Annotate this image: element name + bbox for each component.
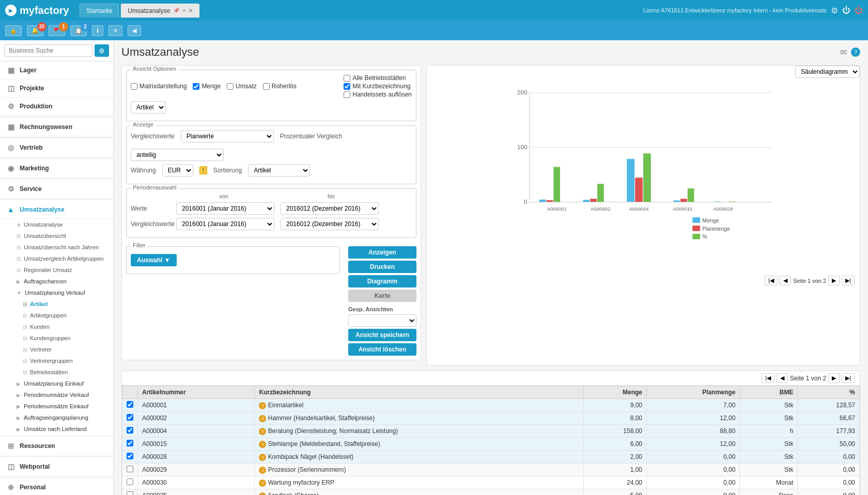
row-check-5[interactable] — [122, 464, 138, 476]
sidebar-item-personal[interactable]: ⊕ Personal — [0, 478, 113, 495]
submenu-betriebsstaetten[interactable]: ⊟ Betriebsstätten — [0, 366, 113, 378]
menge-checkbox[interactable] — [193, 83, 199, 90]
drucken-button[interactable]: Drucken — [348, 261, 416, 273]
chart-last-page[interactable]: ▶| — [842, 276, 855, 285]
close-btn[interactable]: ✕ — [109, 25, 122, 36]
row-info-icon-5[interactable]: ! — [259, 467, 266, 474]
row-check-1[interactable] — [122, 412, 138, 425]
search-button[interactable]: ⊕ — [95, 44, 109, 57]
row-checkbox-2[interactable] — [127, 427, 133, 434]
col-planmenge[interactable]: Planmenge — [646, 386, 739, 399]
matrixdarstellung-checkbox[interactable] — [131, 83, 137, 90]
submenu-umsatzuebersicht-jahre[interactable]: ⊟ Umsatzübersicht nach Jahren — [0, 242, 113, 253]
werte-bis-select[interactable]: 2016012 (Dezember 2016) — [281, 202, 379, 215]
submenu-umsatzplanung-einkauf[interactable]: ▶ Umsatzplanung Einkauf — [0, 378, 113, 389]
row-checkbox-1[interactable] — [127, 414, 133, 421]
help-icon[interactable]: ? — [851, 47, 860, 57]
sidebar-item-service[interactable]: ⚙ Service — [0, 180, 113, 198]
handelssets-check[interactable]: Handelssets auflösen — [344, 91, 412, 98]
sidebar-item-ressourcen[interactable]: ⊞ Ressourcen — [0, 437, 113, 455]
tab-umsatzanalyse-pin[interactable]: 📌 — [173, 8, 179, 13]
table-first-page[interactable]: |◀ — [762, 373, 774, 383]
chart-first-page[interactable]: |◀ — [765, 276, 778, 285]
auswahl-button[interactable]: Auswahl ▼ — [131, 254, 177, 266]
roherloes-checkbox[interactable] — [263, 83, 270, 90]
row-info-icon-0[interactable]: ! — [259, 402, 266, 409]
row-checkbox-0[interactable] — [127, 401, 133, 408]
row-info-icon-6[interactable]: ! — [259, 480, 266, 487]
roherloes-check[interactable]: Roherlös — [263, 83, 297, 90]
vergleichswerte-select[interactable]: Planwerte — [181, 130, 274, 142]
waehrung-info-icon[interactable]: ! — [199, 166, 207, 174]
submenu-umsatzplanung-verkauf[interactable]: ▼ Umsatzplanung Verkauf — [0, 287, 113, 298]
power2-icon[interactable]: ⏻ — [855, 6, 863, 15]
werte-von-select[interactable]: 2016001 (Januar 2016) — [176, 202, 274, 215]
row-check-2[interactable] — [122, 425, 138, 438]
row-checkbox-5[interactable] — [127, 466, 133, 472]
submenu-regionaler-umsatz[interactable]: ⊟ Regionaler Umsatz — [0, 264, 113, 276]
sidebar-item-marketing[interactable]: ◉ Marketing — [0, 159, 113, 178]
tab-startseite[interactable]: Startseite — [80, 4, 119, 18]
ansicht-speichern-button[interactable]: Ansicht speichern — [348, 329, 416, 341]
alle-betriebsstaetten-checkbox[interactable] — [344, 75, 350, 82]
vgl-bis-select[interactable]: 2016012 (Dezember 2016) — [281, 218, 379, 230]
row-info-icon-3[interactable]: ! — [259, 441, 266, 448]
info-btn[interactable]: ℹ — [92, 25, 103, 36]
chart-next-page[interactable]: ▶ — [828, 276, 840, 285]
sidebar-item-umsatzanalyse[interactable]: ▲ Umsatzanalyse — [0, 201, 113, 219]
submenu-umsatzuebersicht[interactable]: ⊟ Umsatzübersicht — [0, 230, 113, 242]
sidebar-item-vertrieb[interactable]: ◎ Vertrieb — [0, 139, 113, 157]
ansicht-loeschen-button[interactable]: Ansicht löschen — [348, 343, 416, 356]
col-menge[interactable]: Menge — [583, 386, 646, 399]
row-check-4[interactable] — [122, 451, 138, 464]
row-checkbox-6[interactable] — [127, 478, 133, 485]
table-prev-page[interactable]: ◀ — [777, 373, 788, 383]
settings-icon[interactable]: ⚙ — [831, 6, 838, 15]
submenu-umsatzvergleich[interactable]: ⊟ Umsatzvergleich Artikelgruppen — [0, 253, 113, 264]
row-check-7[interactable] — [122, 489, 138, 496]
submenu-auftragseingangsplanung[interactable]: ▶ Auftragseingangsplanung — [0, 412, 113, 423]
mail-icon[interactable]: ✉ — [840, 47, 847, 57]
matrixdarstellung-check[interactable]: Matrixdarstellung — [131, 83, 187, 90]
submenu-umsatzanalyse[interactable]: ⊕ Umsatzanalyse — [0, 219, 113, 230]
mit-kurzbezeichnung-checkbox[interactable] — [344, 83, 350, 90]
sidebar-item-projekte[interactable]: ◫ Projekte — [0, 79, 113, 98]
col-artikelnummer[interactable]: Artikelnummer — [138, 386, 255, 399]
row-check-0[interactable] — [122, 399, 138, 412]
logo[interactable]: myfactory — [5, 5, 69, 17]
artikel-select[interactable]: Artikel — [131, 101, 166, 114]
table-last-page[interactable]: ▶| — [842, 373, 855, 383]
vgl-von-select[interactable]: 2016001 (Januar 2016) — [176, 218, 274, 230]
sortierung-select[interactable]: Artikel — [248, 164, 310, 177]
submenu-periodenumsaetze-einkauf[interactable]: ▶ Periodenumsätze Einkauf — [0, 401, 113, 412]
gespeicherte-ansichten-select[interactable] — [348, 314, 416, 327]
nav-btn-1[interactable]: 🔒 — [5, 25, 22, 36]
row-checkbox-7[interactable] — [127, 491, 133, 495]
mit-kurzbezeichnung-check[interactable]: Mit Kurzbezeichnung — [344, 83, 412, 90]
submenu-vertretergruppen[interactable]: ⊟ Vertretergruppen — [0, 355, 113, 366]
tab-umsatzanalyse-close[interactable]: ✕ — [189, 8, 193, 13]
submenu-kunden[interactable]: ⊟ Kunden — [0, 321, 113, 332]
table-next-page[interactable]: ▶ — [828, 373, 840, 383]
submenu-artikelgruppen[interactable]: ⊟ Artikelgruppen — [0, 310, 113, 321]
row-info-icon-2[interactable]: ! — [259, 428, 266, 435]
diagramm-button[interactable]: Diagramm — [348, 275, 416, 288]
submenu-periodenumsaetze-verkauf[interactable]: ▶ Periodenumsätze Verkauf — [0, 389, 113, 401]
alle-betriebsstaetten-check[interactable]: Alle Betriebsstätten — [344, 74, 412, 82]
handelssets-checkbox[interactable] — [344, 91, 350, 98]
karte-button[interactable]: Karte — [348, 290, 416, 302]
row-info-icon-7[interactable]: ! — [259, 492, 266, 496]
sidebar-item-rechnungswesen[interactable]: ▦ Rechnungswesen — [0, 118, 113, 136]
row-info-icon-1[interactable]: ! — [259, 415, 266, 422]
back-btn[interactable]: ◀ — [128, 25, 141, 36]
flag-badge-container[interactable]: 🚩 1 — [49, 25, 65, 36]
submenu-artikel[interactable]: ⊟ Artikel — [0, 298, 113, 310]
chart-prev-page[interactable]: ◀ — [780, 276, 791, 285]
umsatz-check[interactable]: Umsatz — [227, 83, 257, 90]
row-check-3[interactable] — [122, 438, 138, 451]
prozent-select[interactable]: anteilig — [131, 149, 224, 161]
col-bme[interactable]: BME — [740, 386, 798, 399]
bell-badge-container[interactable]: 🔔 20 — [27, 25, 43, 36]
menge-check[interactable]: Menge — [193, 83, 221, 90]
doc-badge-container[interactable]: 📋 2 — [70, 25, 87, 36]
